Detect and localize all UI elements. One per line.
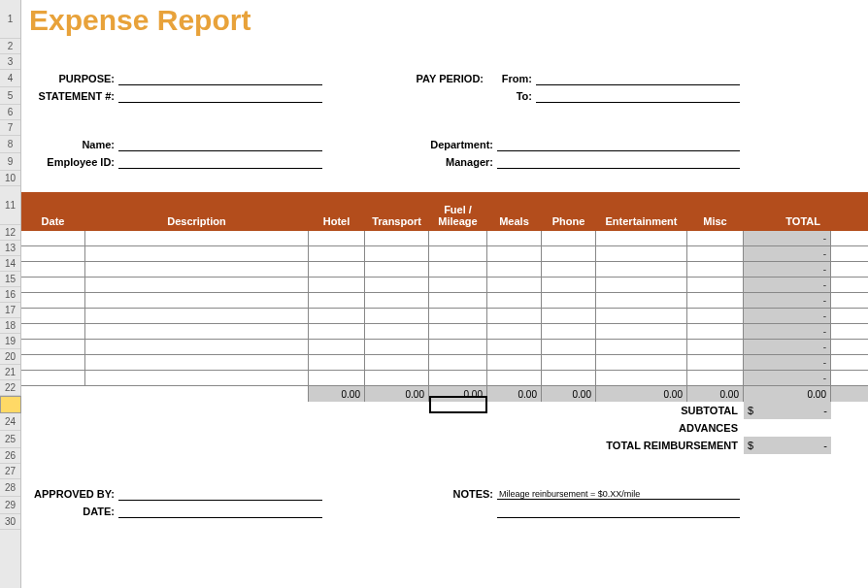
row-number[interactable]: 28	[0, 479, 20, 497]
row-number[interactable]: 12	[0, 225, 20, 241]
name-label: Name:	[21, 139, 118, 150]
row-number[interactable]: 6	[0, 105, 20, 120]
row-number[interactable]: 27	[0, 464, 20, 479]
approved-by-field[interactable]	[118, 487, 322, 501]
row-number[interactable]: 7	[0, 120, 20, 136]
col-description: Description	[85, 213, 309, 231]
table-row[interactable]: -	[21, 340, 868, 355]
row-number[interactable]: 9	[0, 153, 20, 171]
total-reimbursement-label: TOTAL REIMBURSEMENT	[540, 440, 744, 451]
row-number[interactable]: 19	[0, 334, 20, 349]
total-total: 0.00	[744, 386, 831, 402]
selected-row-indicator	[0, 396, 21, 413]
col-phone: Phone	[542, 213, 596, 231]
table-row[interactable]: -	[21, 278, 868, 293]
total-meals: 0.00	[487, 386, 542, 402]
spreadsheet-content: Expense Report PURPOSE: PAY PERIOD: From…	[21, 0, 868, 520]
manager-label: Manager:	[400, 156, 497, 168]
to-label: To:	[487, 90, 536, 102]
purpose-field[interactable]	[118, 72, 322, 85]
table-row[interactable]: -	[21, 246, 868, 262]
row-number[interactable]: 22	[0, 380, 20, 396]
total-misc: 0.00	[687, 386, 744, 402]
report-title: Expense Report	[21, 0, 868, 39]
total-phone: 0.00	[542, 386, 596, 402]
subtotal-label: SUBTOTAL	[588, 405, 744, 416]
row-number[interactable]: 10	[0, 171, 20, 186]
table-row[interactable]: -	[21, 262, 868, 278]
manager-field[interactable]	[497, 155, 740, 169]
row-number[interactable]: 16	[0, 287, 20, 303]
date-field[interactable]	[118, 505, 322, 518]
department-label: Department:	[400, 139, 497, 150]
total-entertainment: 0.00	[596, 386, 687, 402]
row-number[interactable]: 5	[0, 87, 20, 105]
total-transport: 0.00	[365, 386, 429, 402]
column-totals-row: 0.00 0.00 0.00 0.00 0.00 0.00 0.00 0.00	[21, 386, 868, 402]
row-headers: 1 2 3 4 5 6 7 8 9 10 11 12 13 14 15 16 1…	[0, 0, 21, 588]
row-number[interactable]: 14	[0, 256, 20, 272]
row-number[interactable]: 11	[0, 186, 20, 225]
row-number[interactable]: 20	[0, 349, 20, 365]
subtotal-value: $-	[744, 402, 831, 419]
row-number[interactable]: 24	[0, 413, 20, 431]
date-label: DATE:	[21, 506, 118, 517]
table-row[interactable]: -	[21, 371, 868, 386]
col-transport: Transport	[365, 213, 429, 231]
col-total: TOTAL	[744, 213, 831, 231]
table-row[interactable]: -	[21, 231, 868, 246]
row-number[interactable]: 8	[0, 136, 20, 153]
name-field[interactable]	[118, 138, 322, 151]
row-number[interactable]: 18	[0, 318, 20, 334]
row-number[interactable]: 13	[0, 241, 20, 256]
row-number[interactable]: 26	[0, 448, 20, 464]
employee-id-field[interactable]	[118, 155, 322, 169]
to-field[interactable]	[536, 89, 740, 103]
from-label: From:	[487, 73, 536, 84]
row-number[interactable]: 29	[0, 497, 20, 514]
total-reimbursement-value: $-	[744, 437, 831, 454]
table-row[interactable]: -	[21, 324, 868, 340]
col-date: Date	[21, 213, 85, 231]
col-misc: Misc	[687, 213, 744, 231]
notes-label: NOTES:	[419, 488, 497, 500]
statement-label: STATEMENT #:	[21, 90, 118, 102]
employee-id-label: Employee ID:	[21, 156, 118, 168]
col-meals: Meals	[487, 213, 542, 231]
row-number[interactable]: 21	[0, 365, 20, 380]
total-hotel: 0.00	[309, 386, 365, 402]
row-number[interactable]: 25	[0, 431, 20, 448]
expense-table: Date Description Hotel Transport Fuel / …	[21, 192, 868, 402]
row-number[interactable]: 17	[0, 303, 20, 318]
notes-field[interactable]: Mileage reinbursement = $0.XX/mile	[497, 489, 740, 500]
department-field[interactable]	[497, 138, 740, 151]
notes-field-2[interactable]	[497, 505, 740, 518]
row-number[interactable]: 3	[0, 54, 20, 70]
table-header: Date Description Hotel Transport Fuel / …	[21, 192, 868, 231]
advances-label: ADVANCES	[588, 422, 744, 434]
table-row[interactable]: -	[21, 309, 868, 324]
row-number[interactable]: 1	[0, 0, 20, 39]
pay-period-label: PAY PERIOD:	[381, 73, 487, 84]
from-field[interactable]	[536, 72, 740, 85]
table-row[interactable]: -	[21, 293, 868, 309]
col-entertainment: Entertainment	[596, 213, 687, 231]
row-number[interactable]: 15	[0, 272, 20, 287]
table-row[interactable]: -	[21, 355, 868, 371]
statement-field[interactable]	[118, 89, 322, 103]
row-number[interactable]: 4	[0, 70, 20, 87]
purpose-label: PURPOSE:	[21, 73, 118, 84]
col-hotel: Hotel	[309, 213, 365, 231]
total-fuel: 0.00	[429, 386, 487, 402]
col-fuel: Fuel / Mileage	[429, 202, 487, 231]
row-number[interactable]: 2	[0, 39, 20, 54]
approved-by-label: APPROVED BY:	[21, 488, 118, 500]
advances-value[interactable]	[744, 419, 831, 437]
row-number[interactable]: 30	[0, 514, 20, 530]
